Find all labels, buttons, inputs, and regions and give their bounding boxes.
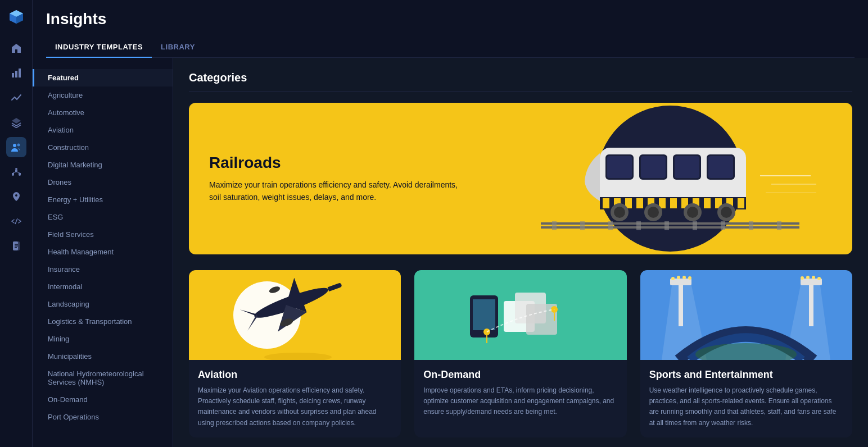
svg-rect-28 — [675, 156, 699, 178]
nav-item-featured[interactable]: Featured — [33, 69, 173, 86]
svg-rect-37 — [670, 198, 677, 208]
svg-rect-59 — [693, 221, 697, 230]
nav-item-on-demand[interactable]: On-Demand — [33, 391, 173, 408]
svg-rect-43 — [738, 198, 744, 208]
sidebar-item-org[interactable] — [6, 162, 26, 182]
hero-card-railroads[interactable]: Railroads Maximize your train operations… — [189, 103, 852, 254]
svg-rect-6 — [15, 170, 17, 172]
svg-point-85 — [677, 276, 680, 279]
header: Insights INDUSTRY TEMPLATES LIBRARY — [33, 0, 868, 58]
nav-item-automotive[interactable]: Automotive — [33, 104, 173, 121]
card-desc-on-demand: Improve operations and ETAs, inform pric… — [423, 385, 617, 418]
svg-point-89 — [806, 276, 810, 279]
svg-point-90 — [812, 276, 815, 279]
left-navigation: Featured Agriculture Automotive Aviation… — [33, 58, 173, 447]
sidebar-item-home[interactable] — [6, 38, 26, 58]
card-image-sports — [640, 270, 852, 360]
nav-item-agriculture[interactable]: Agriculture — [33, 86, 173, 104]
nav-item-aviation[interactable]: Aviation — [33, 121, 173, 139]
sidebar-item-layers[interactable] — [6, 112, 26, 133]
nav-item-drones[interactable]: Drones — [33, 174, 173, 191]
sidebar-item-trending[interactable] — [6, 88, 26, 108]
app-logo — [6, 7, 26, 27]
nav-item-municipalities[interactable]: Municipalities — [33, 348, 173, 365]
nav-item-construction[interactable]: Construction — [33, 139, 173, 156]
svg-point-49 — [687, 207, 698, 218]
svg-line-11 — [13, 172, 16, 173]
svg-rect-58 — [664, 221, 669, 230]
svg-point-4 — [17, 144, 20, 147]
svg-point-47 — [648, 207, 659, 218]
svg-rect-54 — [552, 221, 557, 230]
svg-point-87 — [688, 276, 691, 280]
nav-item-landscaping[interactable]: Landscaping — [33, 295, 173, 313]
sidebar-item-people[interactable] — [6, 137, 26, 157]
sidebar-item-charts[interactable] — [6, 63, 26, 83]
tab-library[interactable]: LIBRARY — [152, 37, 204, 58]
svg-rect-8 — [12, 173, 14, 175]
svg-point-91 — [817, 277, 821, 280]
sidebar-item-code[interactable] — [6, 211, 26, 231]
nav-item-mining[interactable]: Mining — [33, 330, 173, 348]
svg-rect-31 — [603, 198, 609, 208]
categories-heading: Categories — [189, 71, 852, 92]
tab-bar: INDUSTRY TEMPLATES LIBRARY — [46, 37, 855, 58]
card-title-aviation: Aviation — [198, 369, 392, 381]
cards-grid: Aviation Maximize your Aviation operatio… — [189, 270, 852, 437]
card-body-on-demand: On-Demand Improve operations and ETAs, i… — [414, 360, 626, 427]
card-title-sports: Sports and Entertainment — [649, 369, 843, 381]
sidebar-item-location[interactable] — [6, 186, 26, 207]
svg-point-45 — [614, 207, 625, 218]
card-desc-aviation: Maximize your Aviation operations effici… — [198, 385, 392, 428]
svg-rect-29 — [708, 156, 733, 178]
svg-rect-40 — [704, 198, 711, 208]
nav-item-nmhs[interactable]: National Hydrometeorological Services (N… — [33, 365, 173, 391]
nav-item-field-services[interactable]: Field Services — [33, 226, 173, 243]
nav-item-digital-marketing[interactable]: Digital Marketing — [33, 156, 173, 174]
svg-rect-2 — [19, 69, 21, 77]
card-aviation[interactable]: Aviation Maximize your Aviation operatio… — [189, 270, 401, 437]
nav-item-logistics[interactable]: Logistics & Transportation — [33, 313, 173, 330]
hero-text-block: Railroads Maximize your train operations… — [189, 136, 487, 222]
svg-rect-0 — [12, 73, 14, 77]
svg-rect-75 — [473, 299, 495, 330]
svg-rect-26 — [607, 156, 632, 178]
card-body-aviation: Aviation Maximize your Aviation operatio… — [189, 360, 401, 437]
svg-rect-57 — [636, 221, 641, 230]
svg-rect-34 — [636, 198, 643, 208]
main-area: Insights INDUSTRY TEMPLATES LIBRARY Feat… — [33, 0, 868, 447]
tab-industry-templates[interactable]: INDUSTRY TEMPLATES — [46, 37, 152, 58]
sidebar-item-docs[interactable] — [6, 236, 26, 256]
svg-point-51 — [721, 207, 732, 218]
nav-item-intermodal[interactable]: Intermodal — [33, 278, 173, 295]
svg-rect-1 — [15, 71, 17, 77]
hero-description: Maximize your train operations efficienc… — [209, 179, 467, 204]
svg-rect-62 — [777, 221, 781, 230]
svg-line-12 — [16, 172, 20, 173]
nav-item-esg[interactable]: ESG — [33, 208, 173, 226]
main-content: Categories Railroads Maximize your train… — [173, 58, 868, 447]
svg-point-86 — [682, 276, 686, 279]
svg-rect-55 — [580, 221, 585, 230]
nav-item-energy-utilities[interactable]: Energy + Utilities — [33, 191, 173, 208]
svg-rect-27 — [641, 156, 666, 178]
svg-line-14 — [15, 218, 17, 224]
svg-point-13 — [15, 194, 17, 197]
card-sports-entertainment[interactable]: Sports and Entertainment Use weather int… — [640, 270, 852, 437]
card-body-sports: Sports and Entertainment Use weather int… — [640, 360, 852, 437]
card-image-on-demand — [414, 270, 626, 360]
card-desc-sports: Use weather intelligence to proactively … — [649, 385, 843, 428]
svg-point-88 — [801, 276, 804, 280]
page-title: Insights — [46, 10, 855, 28]
svg-rect-10 — [19, 173, 21, 175]
svg-rect-60 — [721, 221, 725, 230]
svg-point-70 — [264, 353, 332, 360]
card-on-demand[interactable]: On-Demand Improve operations and ETAs, i… — [414, 270, 626, 437]
svg-point-84 — [671, 277, 675, 280]
nav-item-health-management[interactable]: Health Management — [33, 243, 173, 261]
hero-title: Railroads — [209, 154, 467, 172]
sidebar — [0, 0, 33, 447]
svg-point-5 — [15, 168, 17, 170]
nav-item-port-operations[interactable]: Port Operations — [33, 408, 173, 426]
nav-item-insurance[interactable]: Insurance — [33, 261, 173, 278]
